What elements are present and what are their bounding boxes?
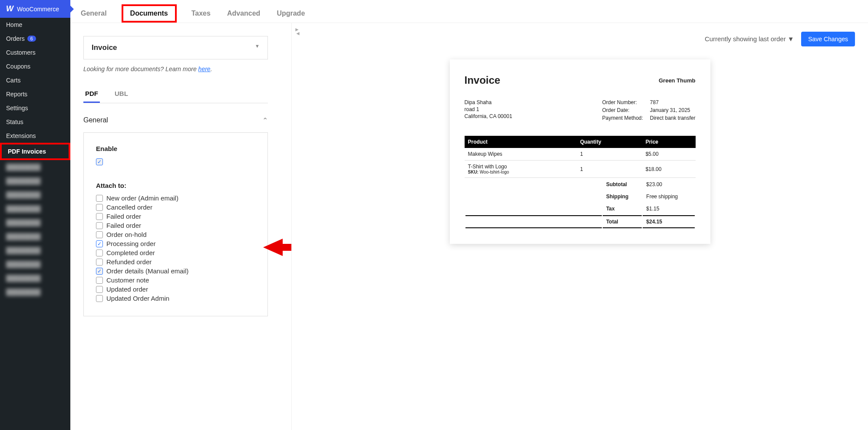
checkbox-icon [96,268,103,275]
attach-option[interactable]: New order (Admin email) [96,194,255,202]
attach-label: Attach to: [96,182,255,189]
attach-option-label: Refunded order [106,258,152,266]
invoice-preview: Invoice Green Thumb Dipa Shaharoad 1Cali… [450,59,710,244]
invoice-meta-row: Order Date:January 31, 2025 [602,107,696,114]
sidebar-item-hidden: ████████ [0,243,70,257]
tab-taxes[interactable]: Taxes [190,4,212,23]
sidebar-item-orders[interactable]: Orders6 [0,32,70,46]
red-arrow-annotation [263,236,292,258]
sidebar-item-hidden: ████████ [0,188,70,202]
sidebar-item-pdf-invoices[interactable]: PDF Invoices [0,143,70,160]
attach-option[interactable]: Order details (Manual email) [96,267,255,275]
subtab-ubl[interactable]: UBL [113,85,130,103]
attach-option-label: Customer note [106,276,149,284]
sidebar-item-customers[interactable]: Customers [0,46,70,59]
save-button[interactable]: Save Changes [801,32,855,46]
pager-next-icon[interactable]: ► [294,26,300,33]
sidebar-item-reports[interactable]: Reports [0,87,70,101]
invoice-title: Invoice [465,74,501,86]
billto-line: road 1 [465,106,512,112]
attach-option[interactable]: Cancelled order [96,204,255,211]
th-product: Product [465,136,577,148]
tab-general[interactable]: General [79,4,109,23]
sidebar-item-status[interactable]: Status [0,115,70,129]
invoice-total-row: ShippingFree shipping [465,191,695,202]
invoice-meta-row: Payment Method:Direct bank transfer [602,115,696,122]
attach-option[interactable]: Refunded order [96,258,255,266]
attach-option[interactable]: Failed order [96,213,255,220]
sidebar-header[interactable]: W WooCommerce [0,0,70,18]
chevron-down-icon: ▼ [255,43,260,52]
checkbox-icon [96,277,103,284]
tab-advanced[interactable]: Advanced [225,4,262,23]
attach-option-label: Order details (Manual email) [106,267,188,275]
checkbox-icon [96,204,103,211]
sidebar-item-coupons[interactable]: Coupons [0,59,70,73]
sidebar-item-settings[interactable]: Settings [0,101,70,115]
attach-option[interactable]: Processing order [96,240,255,247]
tab-upgrade[interactable]: Upgrade [275,4,307,23]
attach-option[interactable]: Order on-hold [96,231,255,238]
enable-checkbox[interactable] [96,158,255,165]
attach-option[interactable]: Updated order [96,286,255,293]
th-qty: Quantity [577,136,642,148]
billto-line: Dipa Shaha [465,99,512,105]
th-price: Price [642,136,696,148]
attach-option[interactable]: Completed order [96,249,255,256]
preview-pane: ► Currently showing last order ▼ Save Ch… [292,23,868,430]
attach-option[interactable]: Customer note [96,276,255,284]
document-select-label: Invoice [92,43,117,52]
checkbox-icon [96,259,103,266]
content: ◄ Invoice ▼ Looking for more documents? … [70,23,868,430]
general-panel: Enable Attach to: New order (Admin email… [83,132,268,316]
checkbox-icon [96,295,103,302]
invoice-total-row: Subtotal$23.00 [465,179,695,190]
invoice-meta-row: Order Number:787 [602,99,696,106]
checkbox-icon [96,158,103,165]
showing-dropdown[interactable]: Currently showing last order ▼ [705,35,794,43]
invoice-total-row: Total$24.15 [465,215,695,228]
invoice-line: T-Shirt with LogoSKU: Woo-tshirt-logo1$1… [465,161,696,178]
sidebar-item-carts[interactable]: Carts [0,73,70,87]
billto-line: California, CA 00001 [465,113,512,119]
hint-link[interactable]: here [198,66,211,72]
document-select[interactable]: Invoice ▼ [83,36,268,59]
subtab-pdf[interactable]: PDF [83,85,100,103]
subtabs: PDF UBL [83,85,268,103]
attach-option[interactable]: Failed order [96,222,255,229]
tab-documents[interactable]: Documents [122,4,177,23]
woo-logo-icon: W [6,4,13,13]
settings-pane: ◄ Invoice ▼ Looking for more documents? … [70,23,292,430]
checkbox-icon [96,249,103,256]
sidebar-item-hidden: ████████ [0,230,70,243]
enable-label: Enable [96,145,255,152]
section-general-toggle[interactable]: General ⌃ [83,116,268,125]
sidebar-item-home[interactable]: Home [0,18,70,32]
invoice-table: Product Quantity Price Makeup Wipes1$5.0… [465,136,696,178]
invoice-totals: Subtotal$23.00ShippingFree shippingTax$1… [465,178,696,229]
checkbox-icon [96,195,103,202]
sidebar-item-hidden: ████████ [0,202,70,216]
attach-option-label: Failed order [106,222,141,229]
sidebar-item-extensions[interactable]: Extensions [0,129,70,143]
attach-option[interactable]: Updated Order Admin [96,295,255,302]
attach-option-label: Failed order [106,213,141,220]
checkbox-icon [96,231,103,238]
attach-option-label: Order on-hold [106,231,147,238]
attach-option-label: Processing order [106,240,155,247]
tabs: General Documents Taxes Advanced Upgrade [70,0,868,23]
attach-option-label: Completed order [106,249,155,256]
sidebar-item-hidden: ████████ [0,271,70,285]
invoice-line: Makeup Wipes1$5.00 [465,148,696,161]
attach-option-label: Updated Order Admin [106,295,169,302]
top-controls: Currently showing last order ▼ Save Chan… [305,32,855,46]
sidebar-item-hidden: ████████ [0,174,70,188]
invoice-brand: Green Thumb [659,77,696,84]
hint-text: Looking for more documents? Learn more h… [83,66,283,72]
section-label: General [83,116,108,125]
attach-option-label: Cancelled order [106,204,152,211]
badge: 6 [27,36,36,42]
invoice-total-row: Tax$1.15 [465,203,695,214]
sidebar-item-hidden: ████████ [0,160,70,174]
attach-option-label: New order (Admin email) [106,194,178,202]
